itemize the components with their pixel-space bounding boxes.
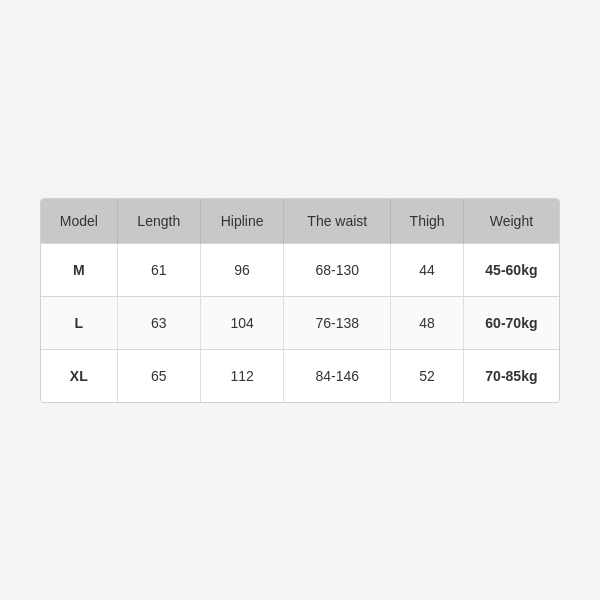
cell-waist: 76-138 [284,296,391,349]
cell-hipline: 96 [200,243,283,296]
header-waist: The waist [284,199,391,244]
cell-length: 61 [117,243,200,296]
cell-length: 65 [117,349,200,402]
cell-waist: 68-130 [284,243,391,296]
cell-model: L [41,296,117,349]
header-thigh: Thigh [391,199,463,244]
cell-thigh: 52 [391,349,463,402]
cell-length: 63 [117,296,200,349]
cell-weight: 60-70kg [463,296,559,349]
cell-weight: 45-60kg [463,243,559,296]
header-length: Length [117,199,200,244]
cell-hipline: 112 [200,349,283,402]
table-row: L6310476-1384860-70kg [41,296,559,349]
cell-hipline: 104 [200,296,283,349]
cell-model: XL [41,349,117,402]
size-chart-table: Model Length Hipline The waist Thigh Wei… [40,198,560,403]
cell-weight: 70-85kg [463,349,559,402]
table-row: XL6511284-1465270-85kg [41,349,559,402]
cell-thigh: 48 [391,296,463,349]
cell-model: M [41,243,117,296]
cell-thigh: 44 [391,243,463,296]
header-hipline: Hipline [200,199,283,244]
table-row: M619668-1304445-60kg [41,243,559,296]
table-header-row: Model Length Hipline The waist Thigh Wei… [41,199,559,244]
header-weight: Weight [463,199,559,244]
cell-waist: 84-146 [284,349,391,402]
header-model: Model [41,199,117,244]
